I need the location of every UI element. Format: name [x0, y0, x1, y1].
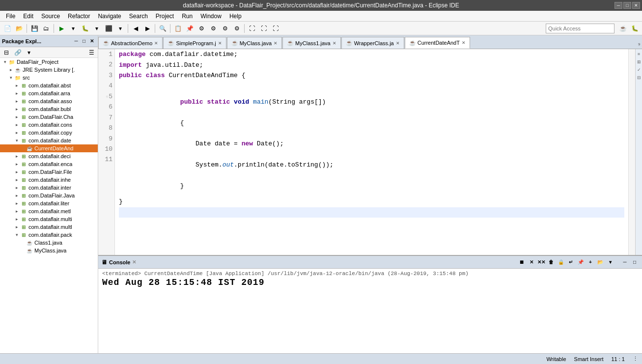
tree-item-pkg-bubl[interactable]: ▸ ⊞ com.dataflair.bubl [0, 105, 98, 113]
tree-item-pkg-multi[interactable]: ▸ ⊞ com.dataflair.multi [0, 215, 98, 223]
tree-item-project[interactable]: ▾ 📁 DataFlair_Project [0, 58, 98, 66]
console-new-btn[interactable]: + [586, 258, 595, 267]
tree-item-current-date[interactable]: ☕ CurrentDateAnd [0, 144, 98, 152]
tree-item-pkg-cha[interactable]: ▸ ⊞ com.DataFlair.Cha [0, 113, 98, 121]
coverage-dropdown-button[interactable]: ▾ [115, 23, 126, 34]
tree-item-src[interactable]: ▾ 📁 src [0, 74, 98, 82]
tb-btn-extra3[interactable]: ⚙ [220, 23, 230, 34]
bookmarks-icon[interactable]: ⊞ [636, 59, 642, 65]
close-button[interactable]: ✕ [632, 2, 640, 9]
open-type-button[interactable]: 📂 [14, 23, 25, 34]
console-maximize-btn[interactable]: □ [630, 258, 639, 267]
tree-item-pkg-java[interactable]: ▸ ⊞ com.DataFlair.Java [0, 192, 98, 199]
menu-window[interactable]: Window [196, 11, 225, 21]
quick-access-input[interactable] [546, 24, 614, 33]
run-dropdown-button[interactable]: ▾ [68, 23, 79, 34]
debug-dropdown-button[interactable]: ▾ [91, 23, 102, 34]
menu-run[interactable]: Run [178, 11, 196, 21]
console-minimize-btn[interactable]: ─ [620, 258, 629, 267]
tb-btn-extra7[interactable]: ⛶ [270, 23, 281, 34]
tab-close-5[interactable]: ✕ [462, 40, 466, 45]
console-dropdown-btn[interactable]: ▾ [606, 258, 614, 267]
tree-item-pkg-pack[interactable]: ▾ ⊞ com.dataflair.pack [0, 231, 98, 239]
tasks-icon[interactable]: ✓ [636, 67, 642, 73]
menu-refactor[interactable]: Refactor [64, 11, 94, 21]
console-terminate-btn[interactable]: ⏹ [517, 258, 526, 267]
tb-btn-extra6[interactable]: ⛶ [258, 23, 269, 34]
perspective-java[interactable]: ☕ [617, 23, 628, 34]
save-button[interactable]: 💾 [29, 23, 40, 34]
menu-search[interactable]: Search [125, 11, 152, 21]
console-word-wrap-btn[interactable]: ↵ [566, 258, 575, 267]
tree-item-class1[interactable]: ☕ Class1.java [0, 239, 98, 247]
tab-myclass[interactable]: ☕ MyClass.java ✕ [227, 37, 282, 49]
pe-close-button[interactable]: ✕ [88, 37, 96, 45]
console-pin-btn[interactable]: 📌 [576, 258, 585, 267]
pe-minimize-button[interactable]: ─ [72, 37, 80, 45]
run-button[interactable]: ▶ [56, 23, 67, 34]
gutter-overview[interactable] [629, 49, 635, 55]
console-scroll-lock-btn[interactable]: 🔒 [557, 258, 565, 267]
tree-item-pkg-arra[interactable]: ▸ ⊞ com.dataflair.arra [0, 89, 98, 97]
tab-close-0[interactable]: ✕ [154, 41, 158, 46]
prev-edit-button[interactable]: ◀ [130, 23, 141, 34]
console-remove-btn[interactable]: ✕✕ [537, 258, 546, 267]
tb-btn-extra4[interactable]: ⚙ [231, 23, 242, 34]
tab-myclass1[interactable]: ☕ MyClass1.java ✕ [282, 37, 341, 49]
maximize-button[interactable]: □ [623, 2, 631, 9]
next-edit-button[interactable]: ▶ [142, 23, 153, 34]
pe-view-options[interactable]: ☰ [86, 47, 97, 58]
status-options-icon[interactable]: ⋮ [633, 356, 638, 362]
search-button[interactable]: 🔍 [157, 23, 168, 34]
menu-source[interactable]: Source [37, 11, 64, 21]
tree-item-pkg-metl[interactable]: ▸ ⊞ com.dataflair.metl [0, 207, 98, 215]
pe-link-editor[interactable]: 🔗 [12, 47, 23, 58]
new-button[interactable]: 📄 [2, 23, 13, 34]
coverage-button[interactable]: ⬛ [103, 23, 114, 34]
tab-abstraction-demo[interactable]: ☕ AbstractionDemo ✕ [98, 37, 163, 49]
debug-button[interactable]: 🐛 [80, 23, 90, 34]
tab-close-4[interactable]: ✕ [396, 41, 400, 46]
tab-current-date[interactable]: ☕ CurrentDateAndT ✕ [405, 37, 470, 49]
console-open-btn[interactable]: 📂 [596, 258, 605, 267]
tree-item-pkg-inter[interactable]: ▸ ⊞ com.dataflair.inter [0, 184, 98, 192]
tab-close-3[interactable]: ✕ [333, 41, 336, 46]
minimize-button[interactable]: ─ [614, 2, 622, 9]
pe-view-menu[interactable]: ▾ [24, 47, 34, 58]
tree-item-pkg-inhe[interactable]: ▸ ⊞ com.dataflair.inhe [0, 176, 98, 184]
window-controls[interactable]: ─ □ ✕ [614, 2, 640, 9]
menu-navigate[interactable]: Navigate [94, 11, 125, 21]
pin-editor-button[interactable]: 📌 [184, 23, 195, 34]
pe-collapse-all[interactable]: ⊟ [1, 47, 12, 58]
code-area[interactable]: package com.dataflair.datetime; import j… [115, 49, 628, 255]
tree-item-pkg-cons[interactable]: ▸ ⊞ com.dataflair.cons [0, 121, 98, 129]
tab-extra[interactable]: ⁹ [636, 42, 642, 49]
tree-item-pkg-file[interactable]: ▸ ⊞ com.DataFlair.File [0, 168, 98, 176]
tree-item-pkg-abst[interactable]: ▸ ⊞ com.dataflair.abst [0, 82, 98, 89]
tree-item-myclass[interactable]: ☕ MyClass.java [0, 247, 98, 254]
console-stop-btn[interactable]: ✕ [527, 258, 536, 267]
tab-wrapperclass[interactable]: ☕ WrapperClass.ja ✕ [341, 37, 404, 49]
tree-item-jre[interactable]: ▸ ☕ JRE System Library [. [0, 66, 98, 74]
menu-project[interactable]: Project [152, 11, 178, 21]
tb-btn-extra1[interactable]: ⚙ [196, 23, 207, 34]
tree-item-pkg-multl[interactable]: ▸ ⊞ com.dataflair.multl [0, 223, 98, 231]
tree-item-pkg-enca[interactable]: ▸ ⊞ com.dataflair.enca [0, 160, 98, 168]
menu-edit[interactable]: Edit [19, 11, 37, 21]
tree-item-pkg-asso[interactable]: ▸ ⊞ com.dataflair.asso [0, 97, 98, 105]
tab-simple-program[interactable]: ☕ SimpleProgram.j ✕ [163, 37, 226, 49]
tree-item-pkg-deci[interactable]: ▸ ⊞ com.dataflair.deci [0, 152, 98, 160]
pe-maximize-button[interactable]: □ [80, 37, 88, 45]
menu-file[interactable]: File [2, 11, 19, 21]
tb-btn-extra2[interactable]: ⚙ [208, 23, 219, 34]
menu-help[interactable]: Help [225, 11, 246, 21]
save-all-button[interactable]: 🗂 [41, 23, 52, 34]
outline-icon[interactable]: ≡ [636, 51, 642, 57]
perspective-debug[interactable]: 🐛 [629, 23, 640, 34]
console-clear-btn[interactable]: 🗑 [547, 258, 556, 267]
properties-icon[interactable]: ⊟ [636, 75, 642, 81]
tree-item-pkg-liter[interactable]: ▸ ⊞ com.dataflair.liter [0, 199, 98, 207]
open-task-button[interactable]: 📋 [172, 23, 183, 34]
tree-item-pkg-copy[interactable]: ▸ ⊞ com.dataflair.copy [0, 129, 98, 137]
console-body[interactable]: <terminated> CurrentDateAndTime [Java Ap… [98, 269, 642, 353]
